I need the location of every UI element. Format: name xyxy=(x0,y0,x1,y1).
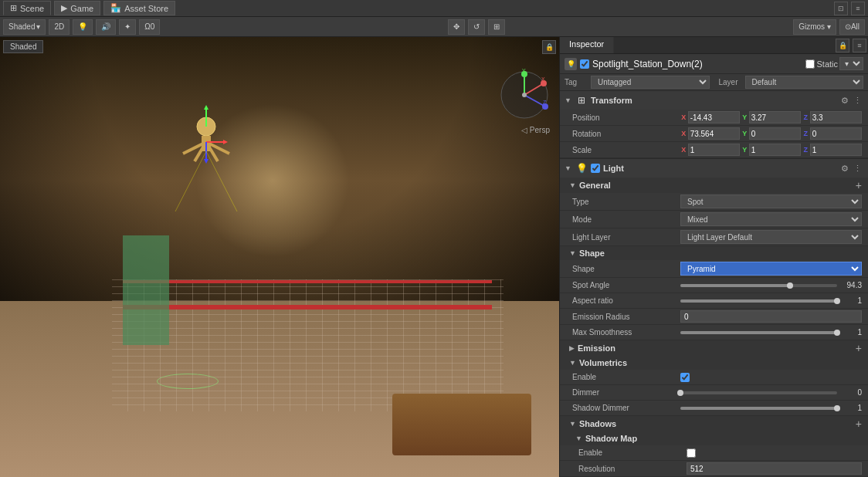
inspector-tab[interactable]: Inspector xyxy=(560,37,614,53)
spot-angle-thumb[interactable] xyxy=(787,282,793,289)
lock-btn[interactable]: 🔒 xyxy=(542,40,556,54)
scene-viewport[interactable]: Shaded ◁ Persp X Y Z xyxy=(0,37,559,477)
scale-tool[interactable]: ⊞ xyxy=(488,19,505,35)
sc-x-field: X xyxy=(680,144,740,156)
dimmer-track[interactable] xyxy=(680,391,837,394)
2d-button[interactable]: 2D xyxy=(49,19,70,35)
static-checkbox[interactable] xyxy=(805,59,815,69)
sc-x-input[interactable] xyxy=(688,144,740,156)
scene-tiles xyxy=(112,279,504,411)
shadow-map-header[interactable]: Shadow Map xyxy=(560,431,868,445)
emission-radius-input[interactable] xyxy=(680,310,862,323)
dimmer-thumb[interactable] xyxy=(677,390,683,396)
pos-y-input[interactable] xyxy=(749,111,801,123)
resolution-value xyxy=(687,462,862,475)
shadow-dimmer-slider: 1 xyxy=(680,404,862,412)
pos-x-input[interactable] xyxy=(688,111,740,123)
max-smoothness-track[interactable] xyxy=(680,331,837,334)
shadow-dimmer-track[interactable] xyxy=(680,407,837,410)
sc-y-input[interactable] xyxy=(749,144,801,156)
resolution-input[interactable] xyxy=(687,462,862,475)
position-label: Position xyxy=(572,113,680,122)
lights-button[interactable]: 💡 xyxy=(73,19,93,35)
dimmer-slider: 0 xyxy=(680,388,862,397)
tab-scene[interactable]: ⊞ Scene xyxy=(3,1,51,15)
audio-button[interactable]: 🔊 xyxy=(96,19,116,35)
tab-game[interactable]: ▶ Game xyxy=(54,1,100,15)
max-smoothness-thumb[interactable] xyxy=(834,330,840,336)
scene-toolbar: Shaded ▾ 2D 💡 🔊 ✦ Ω0 ✥ ↺ ⊞ Gizmos ▾ ⊙All xyxy=(0,17,868,37)
rz-label: Z xyxy=(802,130,809,137)
scene-stripe2 xyxy=(123,280,492,283)
tag-select[interactable]: Untagged xyxy=(591,76,710,89)
static-dropdown[interactable]: ▾ xyxy=(839,57,863,70)
layer-select[interactable]: Default xyxy=(745,76,864,89)
camera-gizmo[interactable]: X Y Z xyxy=(497,68,551,122)
transform-tool[interactable]: ✥ xyxy=(448,19,465,35)
all-filter[interactable]: ⊙All xyxy=(839,19,865,35)
menu-btn[interactable]: ≡ xyxy=(851,2,865,15)
maximize-btn[interactable]: ⊡ xyxy=(834,2,848,15)
pos-y-field: Y xyxy=(741,111,801,123)
aspect-ratio-track[interactable] xyxy=(680,299,837,303)
transform-settings[interactable]: ⚙ xyxy=(839,96,850,106)
counter-button[interactable]: Ω0 xyxy=(139,19,160,35)
aspect-ratio-fill xyxy=(680,299,837,303)
transform-more[interactable]: ⋮ xyxy=(852,96,863,106)
light-more[interactable]: ⋮ xyxy=(852,164,863,174)
pos-z-input[interactable] xyxy=(810,111,862,123)
shaded-dropdown[interactable]: Shaded ▾ xyxy=(3,19,46,35)
light-settings[interactable]: ⚙ xyxy=(839,164,850,174)
tab-asset-store[interactable]: 🏪 Asset Store xyxy=(103,1,175,15)
inspector-menu[interactable]: ≡ xyxy=(853,39,866,52)
light-layer-value: Light Layer Default xyxy=(680,230,862,244)
vol-enable-checkbox[interactable] xyxy=(680,373,690,382)
emission-section-header[interactable]: Emission + xyxy=(560,340,868,356)
object-enabled-checkbox[interactable] xyxy=(580,59,589,69)
general-section-header[interactable]: General + xyxy=(560,178,868,193)
shading-mode-btn[interactable]: Shaded xyxy=(3,40,43,53)
spot-angle-slider: 94.3 xyxy=(680,281,862,289)
emission-radius-row: Emission Radius xyxy=(560,309,868,325)
type-select[interactable]: Spot xyxy=(680,195,862,208)
sz-label: Z xyxy=(802,146,809,154)
max-smoothness-val: 1 xyxy=(840,328,862,337)
object-icon: 💡 xyxy=(565,58,577,70)
light-header[interactable]: 💡 Light ⚙ ⋮ xyxy=(560,159,868,178)
shadow-dimmer-value: 1 xyxy=(680,404,862,412)
light-enabled-checkbox[interactable] xyxy=(591,164,600,173)
effects-button[interactable]: ✦ xyxy=(119,19,136,35)
general-add-btn[interactable]: + xyxy=(856,180,862,191)
shape-section-header[interactable]: Shape xyxy=(560,246,868,260)
shadow-dimmer-thumb[interactable] xyxy=(834,405,840,411)
shadow-enable-row: Enable xyxy=(560,445,868,461)
mode-label: Mode xyxy=(572,215,680,224)
scale-value: X Y Z xyxy=(680,144,862,156)
transform-header[interactable]: ⊞ Transform ⚙ ⋮ xyxy=(560,91,868,110)
mode-select[interactable]: Mixed xyxy=(680,212,862,226)
vol-enable-label: Enable xyxy=(572,373,680,381)
z-label: Z xyxy=(802,113,809,121)
aspect-ratio-thumb[interactable] xyxy=(834,298,840,304)
shadow-enable-checkbox[interactable] xyxy=(687,448,696,458)
light-layer-select[interactable]: Light Layer Default xyxy=(680,230,862,244)
sc-z-input[interactable] xyxy=(810,144,862,156)
shadows-add-btn[interactable]: + xyxy=(856,418,862,429)
static-label: Static xyxy=(816,59,838,69)
shadow-map-title: Shadow Map xyxy=(585,434,862,443)
rotate-tool[interactable]: ↺ xyxy=(468,19,485,35)
inspector-lock[interactable]: 🔒 xyxy=(836,39,849,52)
volumetrics-section-header[interactable]: Volumetrics xyxy=(560,356,868,370)
svg-text:Z: Z xyxy=(543,100,547,105)
spot-angle-track[interactable] xyxy=(680,284,837,287)
rot-y-input[interactable] xyxy=(749,127,801,140)
shape-select[interactable]: Pyramid xyxy=(680,262,862,276)
rot-z-input[interactable] xyxy=(810,127,862,140)
resolution-row: Resolution xyxy=(560,461,868,477)
shadows-section-header[interactable]: Shadows + xyxy=(560,416,868,431)
emission-add-btn[interactable]: + xyxy=(856,343,862,354)
sc-z-field: Z xyxy=(802,144,862,156)
gizmos-dropdown[interactable]: Gizmos ▾ xyxy=(793,19,836,35)
rot-x-input[interactable] xyxy=(688,127,740,140)
static-group: Static ▾ xyxy=(805,57,863,70)
